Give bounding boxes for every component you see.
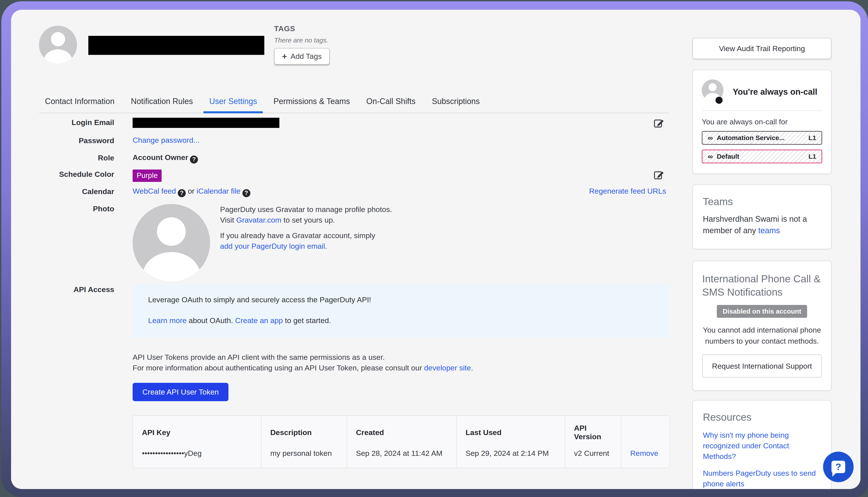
oauth-end-text: to get started. [285, 316, 331, 325]
international-notifications-card: International Phone Call & SMS Notificat… [692, 261, 831, 391]
oauth-line: Leverage OAuth to simply and securely ac… [148, 295, 654, 304]
policy-level: L1 [809, 153, 816, 160]
create-an-app-link[interactable]: Create an app [235, 316, 283, 325]
policy-level: L1 [809, 134, 816, 142]
api-key-value: ••••••••••••••••yDeg [133, 445, 261, 468]
on-call-subtitle: You are always on-call for [702, 117, 822, 126]
infinity-icon: ∞ [708, 153, 713, 160]
learn-more-link[interactable]: Learn more [148, 316, 187, 325]
tags-section: TAGS There are no tags. + Add Tags [274, 24, 330, 65]
always-on-call-card: You're always on-call You are always on-… [692, 70, 831, 174]
developer-site-link[interactable]: developer site [424, 364, 471, 372]
role-label: Role [39, 153, 114, 162]
edit-schedule-color-icon[interactable] [653, 169, 665, 181]
tab-user-settings[interactable]: User Settings [204, 97, 263, 113]
international-text: You cannot add international phone numbe… [702, 324, 822, 346]
card-divider [702, 110, 822, 111]
regenerate-feed-urls-link[interactable]: Regenerate feed URLs [589, 187, 666, 195]
infinity-icon: ∞ [708, 134, 713, 141]
help-button[interactable]: ? [823, 452, 854, 482]
oauth-mid-text: about OAuth. [188, 316, 233, 325]
token-version: v2 Current [565, 445, 621, 468]
add-tags-label: Add Tags [291, 52, 322, 61]
calendar-or-text: or [188, 187, 194, 195]
tab-subscriptions[interactable]: Subscriptions [426, 97, 486, 113]
col-actions [621, 416, 670, 445]
tab-permissions-teams[interactable]: Permissions & Teams [268, 97, 355, 113]
teams-title: Teams [703, 196, 821, 208]
tokens-line1: API User Tokens provide an API client wi… [132, 353, 385, 361]
policy-name: Automation Service... [717, 134, 804, 142]
icalendar-help-icon[interactable]: ? [242, 189, 250, 197]
photo-row: Photo PagerDuty uses Gravatar to manage … [39, 204, 669, 284]
international-title: International Phone Call & SMS Notificat… [702, 272, 822, 299]
gravatar-help-text: PagerDuty uses Gravatar to manage profil… [220, 204, 392, 282]
remove-token-link[interactable]: Remove [630, 449, 658, 457]
edit-login-email-icon[interactable] [653, 117, 665, 129]
plus-icon: + [282, 53, 287, 60]
webcal-feed-link[interactable]: WebCal feed [132, 187, 176, 195]
api-access-label: API Access [39, 285, 114, 294]
schedule-color-label: Schedule Color [39, 170, 114, 179]
role-value: Account Owner [132, 153, 188, 161]
table-header-row: API Key Description Created Last Used AP… [133, 416, 670, 445]
add-login-email-link[interactable]: add your PagerDuty login email [220, 242, 325, 250]
add-tags-button[interactable]: + Add Tags [274, 48, 330, 65]
escalation-policy-automation-service[interactable]: ∞ Automation Service... L1 [702, 131, 822, 145]
icalendar-file-link[interactable]: iCalendar file [197, 187, 240, 195]
table-row: ••••••••••••••••yDeg my personal token S… [133, 445, 670, 468]
tab-notification-rules[interactable]: Notification Rules [125, 97, 199, 113]
api-access-row: API Access Leverage OAuth to simply and … [39, 285, 669, 338]
teams-text: Harshverdhan Swami is not a member of an… [703, 213, 821, 236]
teams-card: Teams Harshverdhan Swami is not a member… [692, 185, 831, 249]
policy-name: Default [717, 153, 804, 160]
oauth-info-box: Leverage OAuth to simply and securely ac… [132, 285, 669, 338]
user-settings-form: Login Email Password Change password... … [39, 114, 669, 489]
col-last-used: Last Used [456, 416, 565, 445]
window-frame: TAGS There are no tags. + Add Tags Conta… [1, 1, 868, 497]
gravatar-com-link[interactable]: Gravatar.com [236, 216, 281, 224]
gravatar-line3: If you already have a Gravatar account, … [220, 231, 375, 240]
resource-link-phone-recognition[interactable]: Why isn't my phone being recognized unde… [703, 430, 821, 462]
on-call-title: You're always on-call [733, 87, 817, 97]
api-token-table: API Key Description Created Last Used AP… [132, 415, 670, 468]
webcal-help-icon[interactable]: ? [178, 189, 186, 197]
teams-link[interactable]: teams [758, 226, 780, 235]
token-created: Sep 28, 2024 at 11:42 AM [347, 445, 456, 468]
password-label: Password [39, 136, 114, 145]
view-audit-trail-button[interactable]: View Audit Trail Reporting [692, 38, 831, 59]
sidebar: View Audit Trail Reporting You're always… [692, 38, 831, 489]
create-api-user-token-button[interactable]: Create API User Token [132, 383, 228, 401]
col-api-key: API Key [133, 416, 261, 445]
tab-on-call-shifts[interactable]: On-Call Shifts [361, 97, 421, 113]
gravatar-period: . [325, 242, 327, 250]
question-mark-glyph: ? [836, 462, 841, 472]
resource-link-pagerduty-numbers[interactable]: Numbers PagerDuty uses to send phone ale… [703, 468, 821, 489]
tab-contact-information[interactable]: Contact Information [39, 97, 120, 113]
password-row: Password Change password... [39, 136, 669, 153]
change-password-link[interactable]: Change password... [132, 136, 199, 144]
profile-name-redacted [88, 36, 264, 55]
login-email-row: Login Email [39, 118, 669, 136]
photo-avatar [132, 204, 210, 282]
photo-label: Photo [39, 204, 114, 213]
col-created: Created [347, 416, 456, 445]
request-international-support-button[interactable]: Request International Support [702, 355, 822, 378]
disabled-badge: Disabled on this account [717, 305, 807, 318]
col-api-version: API Version [565, 416, 621, 445]
col-description: Description [261, 416, 347, 445]
calendar-row: Calendar WebCal feed? or iCalendar file?… [39, 187, 669, 204]
escalation-policy-default[interactable]: ∞ Default L1 [702, 150, 822, 163]
role-help-icon[interactable]: ? [190, 156, 198, 164]
calendar-label: Calendar [39, 187, 114, 196]
resources-card: Resources Why isn't my phone being recog… [692, 400, 831, 489]
tokens-period: . [471, 364, 473, 372]
token-description: my personal token [261, 445, 347, 468]
login-email-redacted [132, 118, 279, 128]
schedule-color-badge: Purple [132, 170, 162, 182]
login-email-label: Login Email [39, 118, 114, 127]
on-call-avatar [702, 80, 724, 104]
api-token-description: API User Tokens provide an API client wi… [132, 352, 669, 373]
status-dot [715, 97, 723, 104]
page-panel: TAGS There are no tags. + Add Tags Conta… [11, 10, 860, 489]
